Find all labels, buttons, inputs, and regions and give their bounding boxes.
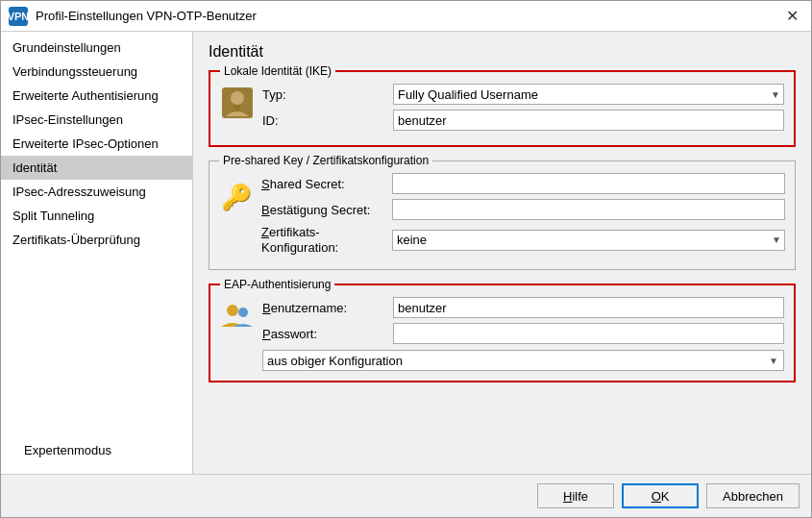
sidebar-item-identitaet[interactable]: Identität bbox=[1, 156, 192, 180]
sidebar-item-ipsec-adresszuweisung[interactable]: IPsec-Adresszuweisung bbox=[1, 180, 192, 204]
main-content: Identität Lokale Identität (IKE) bbox=[193, 32, 811, 474]
psk-inner: 🔑 Shared Secret: Bestätigung Secret: Zer… bbox=[219, 167, 785, 259]
ok-button[interactable]: OK bbox=[622, 483, 699, 508]
sidebar-bottom: Expertenmodus bbox=[1, 431, 192, 470]
identity-icon bbox=[220, 86, 255, 120]
eap-title: EAP-Authentisierung bbox=[220, 278, 334, 291]
zertifikats-select[interactable]: keine bbox=[392, 230, 785, 251]
people-icon bbox=[220, 297, 255, 337]
sidebar-item-ipsec-einstellungen[interactable]: IPsec-Einstellungen bbox=[1, 108, 192, 132]
abbrechen-button[interactable]: Abbrechen bbox=[706, 483, 800, 508]
eap-group: EAP-Authentisierung Benutzername: bbox=[209, 284, 796, 382]
psk-group: Pre-shared Key / Zertifikatskonfiguratio… bbox=[209, 160, 796, 270]
benutzername-row: Benutzername: bbox=[262, 297, 784, 318]
typ-row: Typ: Fully Qualified Username ▼ bbox=[262, 84, 784, 105]
bestaetigung-row: Bestätigung Secret: bbox=[261, 199, 785, 220]
benutzername-input[interactable] bbox=[393, 297, 784, 318]
eap-dropdown-wrapper: aus obiger Konfiguration ▼ bbox=[262, 350, 784, 371]
sidebar-item-zertifikats-ueberpruefung[interactable]: Zertifikats-Überprüfung bbox=[1, 228, 192, 252]
sidebar-nav: Grundeinstellungen Verbindungssteuerung … bbox=[1, 36, 192, 252]
bestaetigung-input[interactable] bbox=[392, 199, 785, 220]
lokale-identity-title: Lokale Identität (IKE) bbox=[220, 64, 335, 78]
svg-point-1 bbox=[231, 91, 244, 105]
id-input[interactable] bbox=[393, 110, 784, 131]
benutzername-label: Benutzername: bbox=[262, 301, 387, 315]
lokale-identity-fields: Typ: Fully Qualified Username ▼ ID: bbox=[262, 84, 784, 136]
zertifikats-label: Zertifikats-Konfiguration: bbox=[261, 225, 386, 255]
main-window: VPN Profil-Einstellungen VPN-OTP-Benutze… bbox=[0, 0, 812, 518]
zertifikats-row: Zertifikats-Konfiguration: keine ▼ bbox=[261, 225, 785, 255]
psk-title: Pre-shared Key / Zertifikatskonfiguratio… bbox=[219, 154, 432, 167]
titlebar-left: VPN Profil-Einstellungen VPN-OTP-Benutze… bbox=[9, 7, 257, 26]
key-icon: 🔑 bbox=[219, 173, 254, 221]
sidebar-item-grundeinstellungen[interactable]: Grundeinstellungen bbox=[1, 36, 192, 60]
typ-select[interactable]: Fully Qualified Username bbox=[393, 84, 784, 105]
sidebar-item-split-tunneling[interactable]: Split Tunneling bbox=[1, 204, 192, 228]
shared-secret-label: Shared Secret: bbox=[261, 177, 386, 191]
hilfe-button[interactable]: Hilfe bbox=[537, 483, 614, 508]
lokale-identity-group: Lokale Identität (IKE) Typ: bbox=[209, 70, 796, 147]
eap-inner: Benutzername: Passwort: aus obiger Konfi… bbox=[220, 291, 784, 371]
id-row: ID: bbox=[262, 110, 784, 131]
footer: Hilfe OK Abbrechen bbox=[1, 474, 811, 517]
shared-secret-input[interactable] bbox=[392, 173, 785, 194]
content-area: Grundeinstellungen Verbindungssteuerung … bbox=[1, 32, 811, 474]
sidebar-item-erweiterte-ipsec-optionen[interactable]: Erweiterte IPsec-Optionen bbox=[1, 132, 192, 156]
vpn-icon: VPN bbox=[9, 7, 28, 26]
sidebar: Grundeinstellungen Verbindungssteuerung … bbox=[1, 32, 193, 474]
id-label: ID: bbox=[262, 113, 387, 128]
titlebar: VPN Profil-Einstellungen VPN-OTP-Benutze… bbox=[1, 1, 811, 32]
close-button[interactable]: ✕ bbox=[780, 5, 803, 28]
typ-select-wrapper: Fully Qualified Username ▼ bbox=[393, 84, 784, 105]
eap-fields: Benutzername: Passwort: aus obiger Konfi… bbox=[262, 297, 784, 371]
passwort-row: Passwort: bbox=[262, 323, 784, 344]
shared-secret-row: Shared Secret: bbox=[261, 173, 785, 194]
window-title: Profil-Einstellungen VPN-OTP-Benutzer bbox=[36, 9, 257, 23]
page-title: Identität bbox=[209, 43, 796, 61]
bestaetigung-label: Bestätigung Secret: bbox=[261, 203, 386, 217]
typ-label: Typ: bbox=[262, 87, 387, 102]
passwort-label: Passwort: bbox=[262, 327, 387, 341]
svg-point-3 bbox=[238, 308, 248, 317]
zertifikats-select-wrapper: keine ▼ bbox=[392, 230, 785, 251]
sidebar-item-expertenmodus[interactable]: Expertenmodus bbox=[12, 438, 181, 462]
psk-fields: Shared Secret: Bestätigung Secret: Zerti… bbox=[261, 173, 785, 259]
eap-dropdown[interactable]: aus obiger Konfiguration bbox=[262, 350, 784, 371]
svg-point-2 bbox=[227, 305, 238, 316]
sidebar-item-erweiterte-authentisierung[interactable]: Erweiterte Authentisierung bbox=[1, 84, 192, 108]
passwort-input[interactable] bbox=[393, 323, 784, 344]
sidebar-item-verbindungssteuerung[interactable]: Verbindungssteuerung bbox=[1, 60, 192, 84]
lokale-identity-inner: Typ: Fully Qualified Username ▼ ID: bbox=[220, 78, 784, 136]
